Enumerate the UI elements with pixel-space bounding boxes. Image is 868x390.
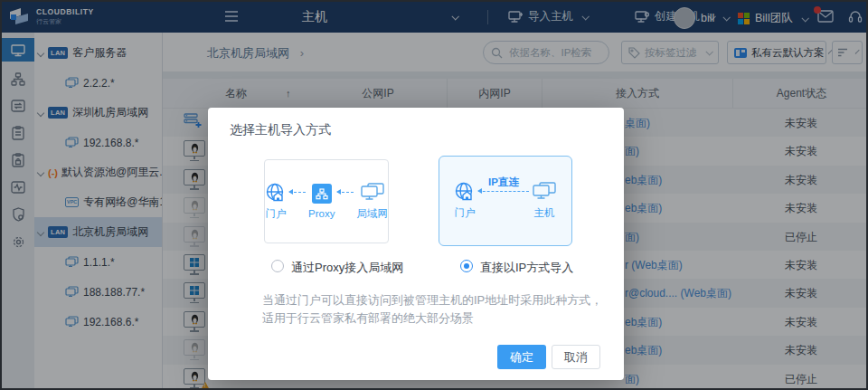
lan-node: 局域网: [356, 183, 388, 221]
proxy-option-card[interactable]: 门户 Proxy 局域网: [264, 159, 389, 243]
dashed-arrow-left-icon: [289, 192, 306, 193]
cancel-button[interactable]: 取消: [552, 345, 600, 369]
portal-globe-icon: [454, 182, 476, 202]
portal-globe-icon: [265, 183, 287, 203]
import-mode-dialog: 选择主机导入方式 门户 Proxy: [208, 108, 624, 380]
confirm-button[interactable]: 确定: [497, 345, 546, 369]
proxy-label: Proxy: [308, 208, 335, 219]
host-node: 主机: [532, 182, 557, 220]
proxy-box-icon: [312, 184, 332, 204]
arrow-label: IP直连: [478, 176, 529, 189]
direct-radio-label[interactable]: 直接以IP方式导入: [480, 260, 573, 276]
portal-node: 门户: [454, 182, 476, 220]
dialog-description: 当通过门户可以直接访问到被管理主机的IP地址时采用此种方式，适用于行云管家私有部…: [262, 291, 608, 328]
dashed-arrow-left-icon: IP直连: [478, 191, 529, 192]
direct-radio[interactable]: [460, 260, 473, 272]
dashed-arrow-left-icon: [337, 192, 354, 193]
portal-node: 门户: [265, 183, 287, 221]
proxy-node: Proxy: [308, 184, 335, 219]
lan-label: 局域网: [356, 207, 388, 221]
host-label: 主机: [534, 206, 555, 220]
proxy-radio-label[interactable]: 通过Proxy接入局域网: [291, 260, 403, 276]
radio-row: 通过Proxy接入局域网 直接以IP方式导入: [208, 260, 624, 276]
direct-option-card[interactable]: 门户 IP直连 主机: [439, 156, 572, 246]
portal-label: 门户: [266, 207, 287, 221]
proxy-radio[interactable]: [271, 260, 284, 272]
dialog-title: 选择主机导入方式: [230, 122, 331, 138]
portal-label: 门户: [455, 206, 476, 220]
app-window: CLOUDBILITY 行云管家 主机 导入主机 创建主机: [0, 0, 868, 390]
lan-monitors-icon: [360, 183, 385, 203]
host-monitors-icon: [532, 182, 557, 202]
